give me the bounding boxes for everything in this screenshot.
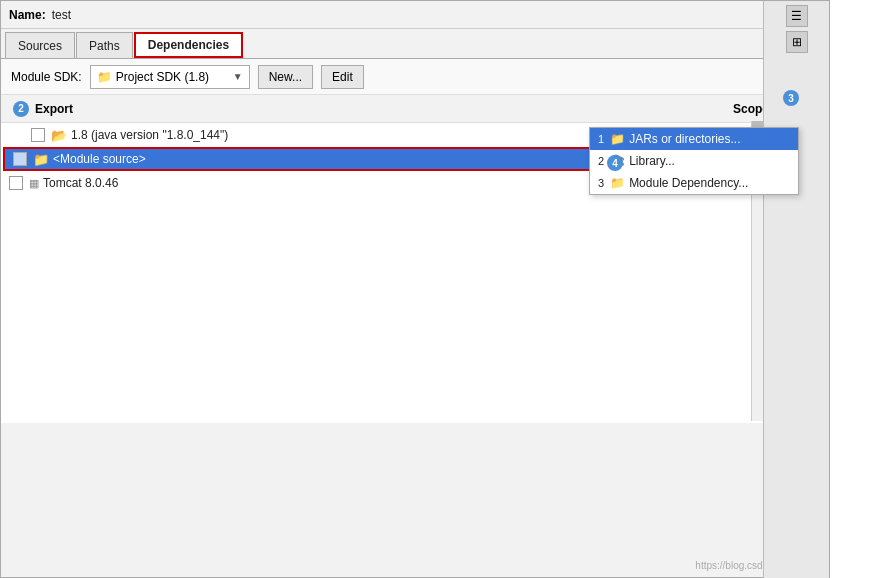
dropdown-num-3: 3 [598, 177, 604, 189]
jdk-folder-icon: 📂 [51, 128, 67, 143]
jdk-checkbox[interactable] [31, 128, 45, 142]
name-row: Name: test 1 [1, 1, 829, 29]
dropdown-num-1: 1 [598, 133, 604, 145]
sdk-select[interactable]: 📁 Project SDK (1.8) ▼ [90, 65, 250, 89]
tab-paths[interactable]: Paths [76, 32, 133, 58]
panel-btn-1[interactable]: ☰ [786, 5, 808, 27]
module-source-folder-icon: 📁 [33, 152, 49, 167]
module-source-checkbox[interactable] [13, 152, 27, 166]
tomcat-name: Tomcat 8.0.46 [43, 176, 118, 190]
badge-4: 4 [607, 155, 623, 171]
dropdown-item-module-dep[interactable]: 3 📁 Module Dependency... [590, 172, 798, 194]
badge-3: 3 [783, 90, 799, 106]
dropdown-label-2: Library... [629, 154, 675, 168]
dropdown-label-3: Module Dependency... [629, 176, 748, 190]
tab-sources[interactable]: Sources [5, 32, 75, 58]
dropdown-item-jars[interactable]: 1 📁 JARs or directories... [590, 128, 798, 150]
dropdown-icon-3: 📁 [610, 176, 625, 190]
right-panel: ☰ ⊞ [763, 1, 829, 578]
export-label: Export [35, 102, 73, 116]
sdk-edit-button[interactable]: Edit [321, 65, 364, 89]
badge-2: 2 [13, 101, 29, 117]
sdk-folder-icon: 📁 [97, 70, 112, 84]
sdk-row: Module SDK: 📁 Project SDK (1.8) ▼ New...… [1, 59, 829, 95]
tomcat-jar-icon: ▦ [29, 177, 39, 190]
dropdown-icon-1: 📁 [610, 132, 625, 146]
name-value: test [52, 8, 801, 22]
jdk-name: 1.8 (java version "1.8.0_144") [71, 128, 228, 142]
tab-dependencies[interactable]: Dependencies [134, 32, 243, 58]
sdk-new-button[interactable]: New... [258, 65, 313, 89]
tabs-row: Sources Paths Dependencies [1, 29, 829, 59]
sdk-dropdown-arrow: ▼ [233, 71, 243, 82]
name-label: Name: [9, 8, 46, 22]
sdk-value: Project SDK (1.8) [116, 70, 209, 84]
module-source-name: <Module source> [53, 152, 146, 166]
dropdown-label-1: JARs or directories... [629, 132, 740, 146]
tomcat-checkbox[interactable] [9, 176, 23, 190]
export-header: 2 Export Scope 3 + [1, 95, 829, 123]
sdk-label: Module SDK: [11, 70, 82, 84]
panel-btn-2[interactable]: ⊞ [786, 31, 808, 53]
